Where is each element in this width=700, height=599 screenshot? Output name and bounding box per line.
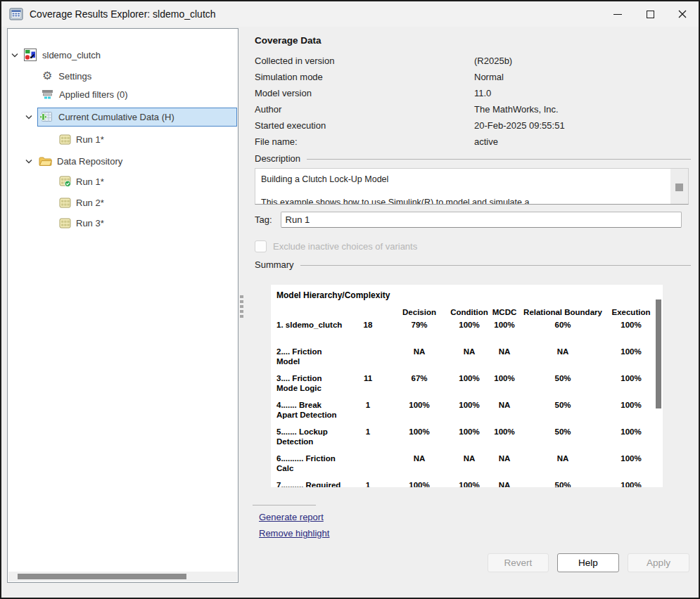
tag-label: Tag:	[255, 214, 272, 225]
chevron-down-icon[interactable]	[25, 115, 32, 120]
column-header: Execution	[607, 307, 655, 317]
field-label: File name:	[255, 136, 474, 147]
tree-item-label: Run 2*	[76, 198, 104, 208]
close-icon	[678, 10, 687, 18]
exclude-variants-label: Exclude inactive choices of variants	[273, 241, 417, 252]
table-row: 3.... Friction Mode Logic 11 67% 100% 10…	[271, 373, 663, 397]
column-header: Decision	[390, 307, 448, 317]
coverage-results-explorer-window: Coverage Results Explorer: sldemo_clutch	[0, 0, 700, 599]
coverage-data-heading: Coverage Data	[255, 35, 322, 46]
field-label: Started execution	[255, 120, 474, 131]
table-row: 1. sldemo_clutch 18 79% 100% 100% 60% 10…	[271, 319, 663, 344]
selected-tree-row[interactable]: Current Cumulative Data (H)	[37, 108, 237, 127]
field-label: Author	[255, 104, 474, 115]
minimize-icon	[613, 14, 622, 15]
title-bar: Coverage Results Explorer: sldemo_clutch	[1, 1, 699, 27]
scrollbar-thumb[interactable]	[656, 300, 661, 408]
table-corner-header: Model Hierarchy/Complexity	[271, 285, 663, 300]
field-value: (R2025b)	[474, 56, 691, 66]
table-row: 6.......... Friction Calc NA NA NA NA 10…	[271, 453, 663, 477]
description-textarea[interactable]: Building a Clutch Lock-Up Model This exa…	[255, 168, 689, 205]
filters-icon	[42, 89, 53, 100]
description-line1: Building a Clutch Lock-Up Model	[261, 174, 665, 185]
tree-item-run3-repository[interactable]: Run 3*	[8, 214, 238, 232]
summary-table: Model Hierarchy/Complexity Decision Cond…	[271, 285, 663, 487]
tree-item-data-repository[interactable]: Data Repository	[8, 152, 238, 170]
tree-item-run1-repository[interactable]: Run 1*	[8, 172, 238, 191]
tree-item-label: Data Repository	[57, 156, 122, 167]
tree-item-label: Run 3*	[76, 218, 104, 228]
exclude-variants-checkbox[interactable]	[255, 240, 267, 252]
run-data-checked-icon	[59, 176, 71, 187]
horizontal-scrollbar[interactable]	[8, 572, 237, 581]
table-row: 4....... Break Apart Detection 1 100% 10…	[271, 399, 663, 424]
minimize-button[interactable]	[602, 1, 634, 27]
chevron-down-icon[interactable]	[25, 159, 32, 164]
tree-item-current-cumulative-data[interactable]: Current Cumulative Data (H)	[8, 108, 238, 126]
column-header: Condition	[448, 307, 490, 317]
close-button[interactable]	[666, 1, 699, 27]
tree-item-sldemo-clutch[interactable]: sldemo_clutch	[8, 46, 238, 64]
run-data-icon	[59, 218, 71, 228]
tree-item-label: Settings	[58, 71, 91, 82]
tree-item-label: Applied filters (0)	[59, 89, 128, 100]
results-tree-panel: sldemo_clutch ⚙ Settings Applied filters…	[7, 28, 238, 583]
folder-icon	[39, 156, 52, 167]
column-header: Relational Boundary	[518, 307, 607, 317]
maximize-button[interactable]	[634, 1, 666, 27]
field-label: Collected in version	[255, 56, 474, 66]
tree-item-label: Current Cumulative Data (H)	[58, 112, 174, 122]
maximize-icon	[647, 11, 654, 18]
run-data-icon	[59, 198, 71, 208]
field-label: Model version	[255, 88, 474, 98]
description-section-label: Description	[255, 153, 300, 164]
field-value: 20-Feb-2025 09:55:51	[474, 120, 691, 131]
field-value: Normal	[474, 72, 691, 82]
revert-button[interactable]: Revert	[488, 553, 549, 572]
tree-item-label: sldemo_clutch	[42, 50, 101, 60]
tree-item-label: Run 1*	[76, 134, 104, 145]
scrollbar-thumb[interactable]	[18, 574, 186, 579]
description-line2: This example shows how to use Simulink(R…	[261, 197, 665, 205]
tree-item-applied-filters[interactable]: Applied filters (0)	[8, 85, 238, 103]
app-icon	[9, 7, 23, 21]
links-divider	[253, 505, 316, 505]
generate-report-link[interactable]: Generate report	[259, 512, 324, 522]
table-row: 2.... Friction Model NA NA NA NA 100%	[271, 346, 663, 371]
cumulative-data-icon	[39, 111, 53, 123]
tree-item-run1-cumulative[interactable]: Run 1*	[8, 130, 238, 148]
vertical-scrollbar[interactable]	[670, 169, 688, 204]
section-divider	[307, 159, 691, 160]
run-data-icon	[59, 134, 71, 145]
field-value: active	[474, 136, 691, 147]
panel-splitter[interactable]	[238, 293, 246, 324]
remove-highlight-link[interactable]: Remove highlight	[259, 528, 329, 539]
summary-section-label: Summary	[255, 259, 294, 270]
section-divider	[300, 265, 691, 266]
simulink-model-icon	[24, 49, 37, 61]
gear-icon: ⚙	[42, 70, 52, 82]
tag-input[interactable]: Run 1	[281, 212, 682, 228]
tree-item-run2-repository[interactable]: Run 2*	[8, 193, 238, 212]
column-header: MCDC	[490, 307, 518, 317]
help-button[interactable]: Help	[557, 553, 619, 572]
field-value: 11.0	[474, 88, 691, 98]
field-label: Simulation mode	[255, 72, 474, 82]
window-title: Coverage Results Explorer: sldemo_clutch	[30, 8, 216, 20]
field-value: The MathWorks, Inc.	[474, 104, 691, 115]
tree-item-settings[interactable]: ⚙ Settings	[8, 67, 238, 85]
scrollbar-thumb[interactable]	[675, 183, 683, 191]
apply-button[interactable]: Apply	[628, 553, 689, 572]
table-header-row: Decision Condition MCDC Relational Bound…	[271, 307, 663, 317]
chevron-down-icon[interactable]	[11, 53, 18, 58]
table-row: 5....... Lockup Detection 1 100% 100% 10…	[271, 426, 663, 451]
table-row: 7.......... Required 1 100% 100% NA 50% …	[271, 479, 663, 487]
tree-item-label: Run 1*	[76, 176, 104, 187]
coverage-info-grid: Collected in version(R2025b) Simulation …	[255, 53, 691, 150]
